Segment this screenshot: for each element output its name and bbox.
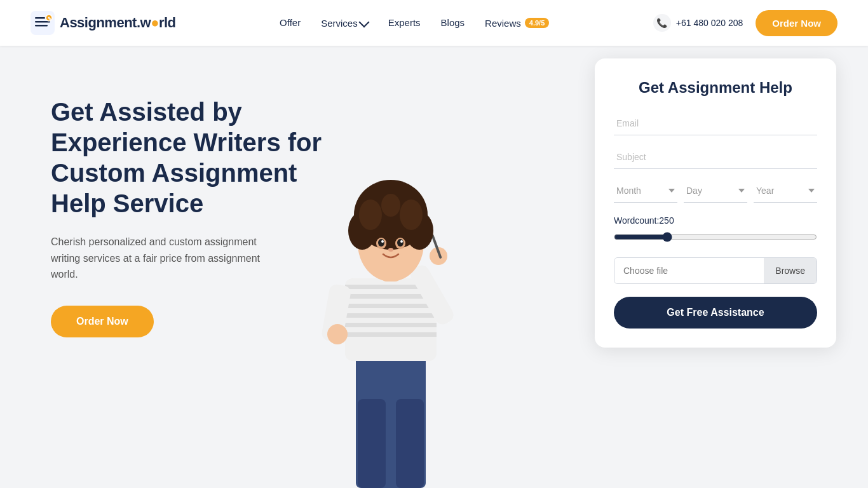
order-now-button-nav[interactable]: Order Now [756, 10, 837, 36]
slider-wrap [614, 232, 817, 245]
svg-point-34 [388, 248, 393, 252]
hero-section: Get Assisted by Experience Writers for C… [0, 46, 868, 488]
svg-point-32 [381, 240, 384, 243]
nav-link-services[interactable]: Services [321, 18, 358, 29]
svg-text:✎: ✎ [48, 17, 51, 21]
form-card: Get Assignment Help Month JanuaryFebruar… [595, 58, 836, 348]
date-row: Month JanuaryFebruaryMarch AprilMayJune … [614, 179, 817, 203]
year-select[interactable]: Year 202420252026 [754, 179, 817, 203]
logo[interactable]: ✎ Assignment.w●rld [31, 11, 176, 35]
nav-link-blogs[interactable]: Blogs [441, 17, 465, 28]
nav-link-experts[interactable]: Experts [388, 17, 421, 28]
hero-subtitle: Cherish personalized and custom assignme… [51, 234, 286, 283]
svg-point-35 [327, 324, 348, 344]
nav-item-offer[interactable]: Offer [280, 17, 301, 29]
chevron-down-icon [358, 17, 369, 27]
phone-wrap: 📞 +61 480 020 208 [653, 14, 743, 32]
logo-text: Assignment.w●rld [60, 15, 176, 31]
nav-link-reviews[interactable]: Reviews [485, 18, 521, 29]
browse-button[interactable]: Browse [764, 258, 817, 283]
svg-point-26 [400, 200, 423, 230]
navbar: ✎ Assignment.w●rld Offer Services Expert… [0, 0, 868, 46]
nav-item-reviews[interactable]: Reviews 4.9/5 [485, 18, 549, 29]
email-field[interactable] [614, 112, 817, 135]
logo-highlight: ● [151, 15, 159, 30]
phone-icon: 📞 [653, 14, 671, 32]
svg-rect-12 [345, 304, 437, 308]
svg-rect-0 [31, 11, 55, 35]
nav-item-services[interactable]: Services [321, 18, 368, 29]
form-title: Get Assignment Help [614, 79, 817, 97]
student-illustration [289, 132, 492, 488]
student-image-wrap [254, 119, 527, 488]
nav-right: 📞 +61 480 020 208 Order Now [653, 10, 837, 36]
reviews-badge: 4.9/5 [525, 18, 549, 28]
svg-point-27 [381, 194, 400, 217]
day-select[interactable]: Day 12345 678910 [684, 179, 747, 203]
nav-links: Offer Services Experts Blogs Reviews 4.9… [280, 17, 549, 29]
svg-rect-8 [396, 399, 424, 488]
nav-item-experts[interactable]: Experts [388, 17, 421, 29]
svg-point-25 [359, 200, 382, 230]
nav-services-dropdown[interactable]: Services [321, 18, 368, 29]
logo-icon: ✎ [31, 11, 55, 35]
nav-item-blogs[interactable]: Blogs [441, 17, 465, 29]
svg-rect-13 [345, 313, 437, 318]
svg-rect-1 [35, 17, 45, 19]
reviews-badge-wrap: Reviews 4.9/5 [485, 18, 549, 29]
subject-field[interactable] [614, 146, 817, 169]
svg-point-33 [400, 240, 403, 243]
wordcount-slider[interactable] [614, 232, 817, 242]
svg-rect-3 [35, 25, 48, 27]
month-select[interactable]: Month JanuaryFebruaryMarch AprilMayJune … [614, 179, 677, 203]
svg-rect-15 [345, 332, 437, 337]
file-row: Browse [614, 257, 817, 284]
svg-point-31 [397, 239, 403, 247]
wordcount-label: Wordcount:250 [614, 215, 817, 226]
get-free-assistance-button[interactable]: Get Free Assistance [614, 297, 817, 329]
svg-point-30 [378, 239, 384, 247]
svg-rect-7 [358, 399, 386, 488]
file-input[interactable] [614, 258, 764, 283]
nav-link-offer[interactable]: Offer [280, 17, 301, 28]
svg-rect-14 [345, 323, 437, 327]
phone-number: +61 480 020 208 [676, 18, 743, 28]
order-now-button-hero[interactable]: Order Now [51, 306, 154, 337]
